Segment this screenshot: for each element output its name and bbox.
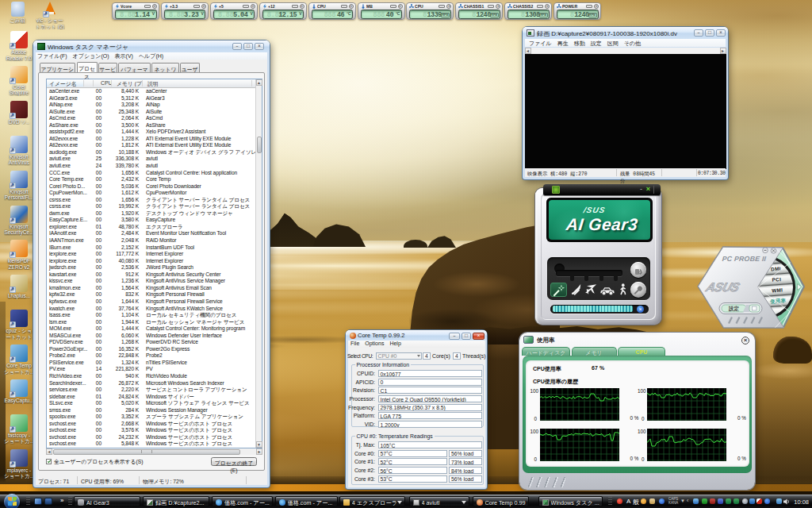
svg-text:ASUS: ASUS: [703, 280, 741, 294]
svg-text:PC PROBE II: PC PROBE II: [722, 255, 766, 263]
svg-text:PCI: PCI: [772, 276, 781, 283]
svg-text:WMI: WMI: [772, 287, 783, 293]
svg-text:設定: 設定: [728, 306, 740, 312]
